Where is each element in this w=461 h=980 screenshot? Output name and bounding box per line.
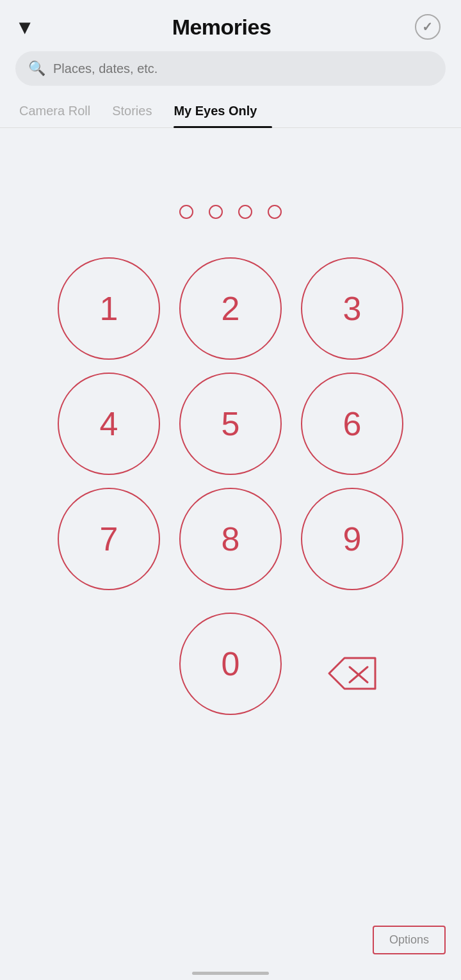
key-7[interactable]: 7 — [58, 488, 160, 590]
tab-stories[interactable]: Stories — [112, 96, 167, 127]
search-input[interactable] — [53, 61, 433, 76]
key-1[interactable]: 1 — [58, 257, 160, 360]
check-button[interactable] — [414, 13, 442, 41]
key-9[interactable]: 9 — [301, 488, 403, 590]
pin-dot-3 — [238, 205, 252, 219]
check-circle-icon — [415, 14, 441, 40]
key-8[interactable]: 8 — [179, 488, 282, 590]
tab-my-eyes-only[interactable]: My Eyes Only — [174, 96, 272, 127]
keypad-row-4: 0 — [58, 603, 403, 725]
key-3[interactable]: 3 — [301, 257, 403, 360]
key-6[interactable]: 6 — [301, 373, 403, 475]
key-5[interactable]: 5 — [179, 373, 282, 475]
search-bar[interactable]: 🔍 — [15, 51, 446, 86]
keypad-row-3: 7 8 9 — [58, 488, 403, 590]
search-container: 🔍 — [0, 51, 461, 96]
options-button[interactable]: Options — [373, 926, 446, 954]
keypad-row-1: 1 2 3 — [58, 257, 403, 360]
pin-dots — [179, 205, 282, 219]
search-icon: 🔍 — [28, 60, 45, 77]
page-title: Memories — [172, 15, 271, 40]
tabs-bar: Camera Roll Stories My Eyes Only — [0, 96, 461, 128]
key-4[interactable]: 4 — [58, 373, 160, 475]
pin-dot-2 — [209, 205, 223, 219]
home-indicator — [192, 972, 269, 975]
header: ▾ Memories — [0, 0, 461, 51]
back-chevron[interactable]: ▾ — [19, 15, 29, 39]
tab-camera-roll[interactable]: Camera Roll — [19, 96, 106, 127]
key-0[interactable]: 0 — [179, 613, 282, 715]
keypad-row-2: 4 5 6 — [58, 373, 403, 475]
keypad-spacer — [58, 613, 160, 715]
options-container: Options — [373, 926, 446, 954]
pin-dot-4 — [268, 205, 282, 219]
backspace-icon — [327, 654, 378, 693]
backspace-button[interactable] — [301, 622, 403, 725]
keypad: 1 2 3 4 5 6 7 8 9 0 — [32, 257, 429, 725]
pin-entry-area: 1 2 3 4 5 6 7 8 9 0 — [0, 128, 461, 750]
pin-dot-1 — [179, 205, 193, 219]
key-2[interactable]: 2 — [179, 257, 282, 360]
